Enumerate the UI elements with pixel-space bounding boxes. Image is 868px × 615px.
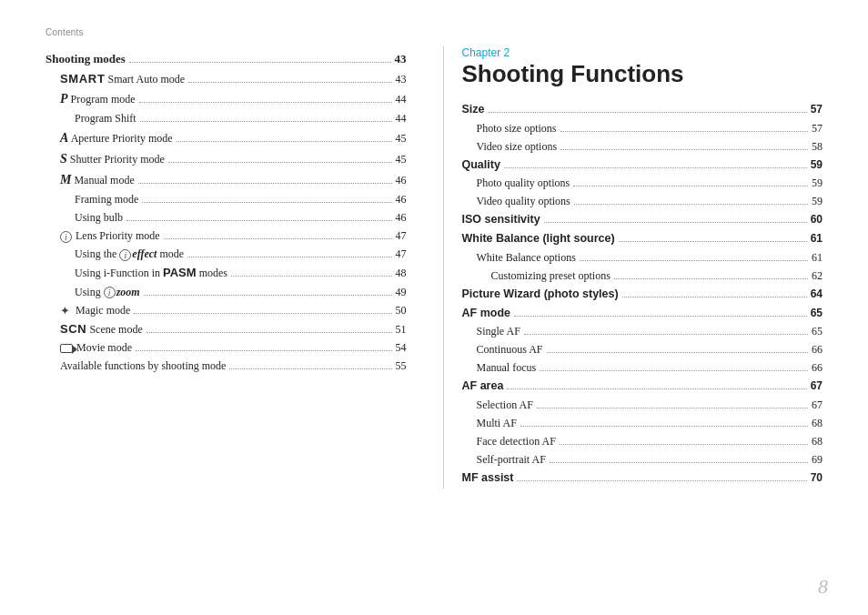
toc-page: 51 bbox=[396, 321, 407, 338]
toc-title: A Aperture Priority mode bbox=[60, 128, 173, 147]
toc-page: 44 bbox=[396, 110, 407, 126]
toc-title: Customizing preset options bbox=[491, 267, 611, 284]
toc-title: Using bulb bbox=[75, 209, 123, 226]
toc-dots bbox=[142, 202, 391, 203]
toc-dots bbox=[507, 388, 806, 389]
toc-dots bbox=[129, 62, 391, 63]
toc-title: Video size options bbox=[477, 138, 558, 155]
toc-page: 43 bbox=[395, 50, 407, 68]
toc-row-program-shift: Program Shift 44 bbox=[45, 110, 407, 126]
toc-page: 57 bbox=[811, 101, 823, 117]
toc-row-face-af: Face detection AF 68 bbox=[462, 433, 823, 449]
toc-row-photo-size: Photo size options 57 bbox=[462, 120, 823, 136]
toc-page: 60 bbox=[811, 211, 823, 227]
toc-row-multi-af: Multi AF 68 bbox=[462, 415, 823, 431]
toc-title: AF mode bbox=[462, 305, 510, 322]
p-text: P bbox=[60, 92, 68, 106]
toc-dots bbox=[574, 204, 808, 205]
page: Contents Shooting modes 43 SMART Smart A… bbox=[0, 0, 868, 615]
toc-page: 61 bbox=[812, 249, 823, 266]
m-text: M bbox=[60, 173, 71, 187]
toc-title: SMART Smart Auto mode bbox=[60, 70, 185, 88]
toc-title: Face detection AF bbox=[477, 433, 556, 449]
toc-dots bbox=[140, 121, 392, 122]
toc-page: 55 bbox=[396, 358, 407, 374]
contents-label: Contents bbox=[45, 27, 823, 37]
toc-page: 46 bbox=[396, 209, 407, 226]
toc-page: 45 bbox=[396, 151, 407, 167]
left-column: Shooting modes 43 SMART Smart Auto mode … bbox=[45, 46, 407, 489]
toc-dots bbox=[520, 426, 808, 427]
toc-page: 58 bbox=[812, 138, 823, 155]
toc-dots bbox=[517, 480, 806, 481]
toc-page: 54 bbox=[396, 339, 407, 356]
toc-page: 69 bbox=[812, 451, 823, 468]
toc-dots bbox=[504, 167, 807, 168]
toc-row-picture-wizard: Picture Wizard (photo styles) 64 bbox=[462, 286, 823, 303]
toc-title: Manual focus bbox=[477, 359, 537, 376]
toc-page: 48 bbox=[396, 265, 407, 281]
toc-title: AF area bbox=[462, 378, 504, 395]
toc-row-i-function: Using i-Function in PASM modes 48 bbox=[45, 264, 407, 282]
pasm-text: PASM bbox=[163, 266, 197, 279]
toc-row-video-quality: Video quality options 59 bbox=[462, 193, 823, 209]
toc-row-continuous-af: Continuous AF 66 bbox=[462, 341, 823, 358]
toc-page: 66 bbox=[812, 359, 823, 376]
toc-page: 44 bbox=[396, 91, 407, 107]
toc-row-single-af: Single AF 65 bbox=[462, 323, 823, 339]
toc-row-i-effect: Using the ieffect mode 47 bbox=[45, 246, 407, 262]
toc-dots bbox=[136, 350, 392, 351]
toc-dots bbox=[560, 444, 808, 445]
toc-title: Video quality options bbox=[477, 193, 570, 209]
toc-title: Using the ieffect mode bbox=[75, 246, 184, 262]
toc-title: i Lens Priority mode bbox=[60, 227, 160, 244]
toc-title: Selection AF bbox=[477, 397, 533, 413]
toc-dots bbox=[146, 332, 392, 333]
toc-title: Multi AF bbox=[477, 415, 517, 431]
toc-title: S Shutter Priority mode bbox=[60, 149, 165, 168]
toc-page: 50 bbox=[396, 302, 407, 318]
toc-title: SCN Scene mode bbox=[60, 320, 143, 338]
toc-row-af-mode: AF mode 65 bbox=[462, 305, 823, 322]
toc-dots bbox=[168, 162, 392, 163]
chapter-title: Shooting Functions bbox=[462, 61, 823, 88]
toc-title: M Manual mode bbox=[60, 170, 135, 189]
toc-dots bbox=[144, 295, 392, 296]
toc-dots bbox=[489, 112, 807, 113]
scn-text: SCN bbox=[60, 322, 86, 336]
toc-page: 59 bbox=[812, 175, 823, 191]
toc-title: Single AF bbox=[477, 323, 520, 339]
toc-row-smart: SMART Smart Auto mode 43 bbox=[45, 70, 407, 88]
toc-dots bbox=[177, 141, 392, 142]
toc-row-magic: ✦ Magic mode 50 bbox=[45, 302, 407, 318]
toc-row-self-portrait-af: Self-portrait AF 69 bbox=[462, 451, 823, 468]
toc-page: 62 bbox=[812, 267, 823, 284]
toc-dots bbox=[187, 257, 391, 257]
toc-page: 65 bbox=[812, 323, 823, 339]
toc-row-video-size: Video size options 58 bbox=[462, 138, 823, 155]
toc-dots bbox=[188, 82, 391, 83]
toc-dots bbox=[537, 408, 808, 408]
toc-page: 67 bbox=[812, 397, 823, 413]
toc-page: 70 bbox=[811, 469, 823, 486]
toc-dots bbox=[524, 334, 808, 335]
toc-page: 46 bbox=[396, 172, 407, 188]
toc-dots bbox=[126, 220, 391, 221]
toc-title: Using i-Function in PASM modes bbox=[75, 264, 227, 282]
toc-row-photo-quality: Photo quality options 59 bbox=[462, 175, 823, 191]
toc-dots bbox=[139, 102, 392, 103]
toc-title: Using izoom bbox=[75, 284, 140, 300]
toc-page: 61 bbox=[811, 230, 823, 247]
toc-row-white-balance: White Balance (light source) 61 bbox=[462, 230, 823, 247]
toc-page: 59 bbox=[812, 193, 823, 209]
toc-row-size: Size 57 bbox=[462, 101, 823, 118]
toc-dots bbox=[614, 278, 808, 279]
toc-title: White Balance options bbox=[477, 249, 576, 266]
toc-title: Movie mode bbox=[60, 339, 132, 356]
toc-dots bbox=[544, 222, 807, 223]
toc-dots bbox=[134, 313, 391, 314]
toc-title: Photo quality options bbox=[477, 175, 570, 191]
toc-row-manual: M Manual mode 46 bbox=[45, 170, 407, 189]
toc-dots bbox=[550, 462, 808, 463]
toc-row-manual-focus: Manual focus 66 bbox=[462, 359, 823, 376]
